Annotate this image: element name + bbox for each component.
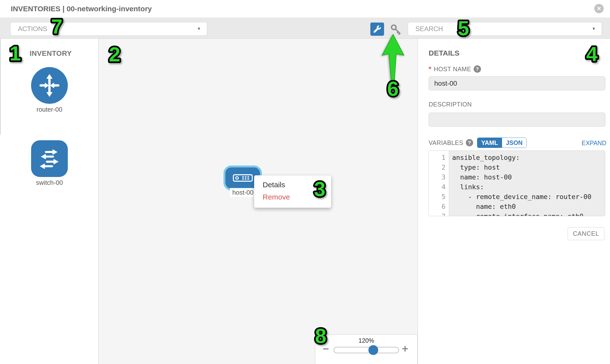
line-number: 7 — [428, 211, 449, 216]
inventory-sidebar: INVENTORY — [0, 39, 99, 364]
topology-canvas[interactable]: host-00 Details Remove 120% − + — [99, 39, 418, 364]
palette-item-switch[interactable]: switch-00 — [31, 140, 68, 186]
zoom-in-button[interactable]: + — [402, 343, 408, 354]
editor-code: ansible_topology: type: host name: host-… — [449, 151, 605, 216]
code-line: remote_interface_name: eth0 — [452, 211, 605, 216]
host-name-label: HOST NAME — [434, 65, 471, 73]
router-icon — [37, 72, 62, 98]
sidebar-title: INVENTORY — [30, 50, 72, 58]
palette-item-label: switch-00 — [31, 179, 68, 186]
expand-link[interactable]: EXPAND — [582, 140, 606, 147]
zoom-slider-track[interactable] — [334, 347, 399, 353]
cancel-button[interactable]: CANCEL — [568, 227, 604, 240]
required-asterisk: * — [428, 65, 431, 73]
context-menu-item-remove[interactable]: Remove — [263, 192, 331, 202]
code-line: name: host-00 — [452, 172, 605, 182]
key-icon — [390, 23, 402, 36]
variables-label: VARIABLES — [428, 139, 463, 146]
host-name-input[interactable]: host-00 — [428, 76, 605, 90]
caret-down-icon: ▼ — [197, 22, 201, 36]
line-number: 4 — [428, 182, 449, 192]
description-input[interactable] — [428, 113, 605, 127]
line-number: 3 — [428, 172, 449, 182]
zoom-control: 120% − + — [315, 334, 418, 364]
code-line: name: eth0 — [452, 202, 605, 211]
switch-icon — [37, 146, 62, 171]
format-toggle: YAML JSON — [477, 138, 527, 148]
page-title: INVENTORIES | 00-networking-inventory — [11, 0, 152, 18]
tab-yaml[interactable]: YAML — [477, 138, 502, 148]
palette-item-label: router-00 — [31, 106, 68, 113]
line-number: 1 — [428, 153, 449, 163]
code-line: ansible_topology: — [452, 153, 605, 163]
host-icon — [233, 174, 253, 182]
configure-button[interactable] — [370, 23, 384, 36]
zoom-slider-handle[interactable] — [368, 345, 378, 355]
search-dropdown-label: SEARCH — [415, 22, 443, 36]
variables-editor[interactable]: 1 2 3 4 5 6 7 ansible_topology: type: ho… — [428, 151, 605, 216]
palette-item-router[interactable]: router-00 — [31, 67, 68, 113]
variables-label-row: VARIABLES ? — [428, 139, 473, 146]
inventory-topology-app: INVENTORIES | 00-networking-inventory ✕ … — [0, 0, 610, 364]
line-number: 2 — [428, 163, 449, 172]
wrench-icon — [374, 26, 381, 33]
host-node-label: host-00 — [230, 188, 256, 197]
toolbar: ACTIONS ▼ SEARCH ▼ — [0, 18, 610, 39]
node-context-menu: Details Remove — [254, 175, 331, 208]
close-icon: ✕ — [597, 5, 601, 12]
caret-down-icon: ▼ — [592, 22, 596, 36]
search-dropdown[interactable]: SEARCH ▼ — [408, 22, 602, 36]
editor-line-numbers: 1 2 3 4 5 6 7 — [428, 151, 449, 216]
description-label: DESCRIPTION — [428, 101, 472, 108]
close-button[interactable]: ✕ — [594, 4, 604, 13]
panel-edge-line — [0, 39, 1, 135]
details-panel: DETAILS * HOST NAME ? host-00 DESCRIPTIO… — [418, 39, 610, 364]
help-icon[interactable]: ? — [466, 139, 473, 146]
actions-dropdown[interactable]: ACTIONS ▼ — [10, 22, 207, 36]
code-line: - remote_device_name: router-00 — [452, 192, 605, 202]
line-number: 6 — [428, 202, 449, 211]
description-label-row: DESCRIPTION — [428, 101, 472, 108]
zoom-out-button[interactable]: − — [323, 343, 329, 354]
details-panel-title: DETAILS — [428, 49, 459, 57]
key-button[interactable] — [390, 23, 402, 36]
code-line: links: — [452, 182, 605, 192]
tab-json[interactable]: JSON — [502, 138, 527, 148]
host-name-label-row: * HOST NAME ? — [428, 65, 481, 73]
header: INVENTORIES | 00-networking-inventory ✕ — [0, 0, 610, 18]
code-line: type: host — [452, 163, 605, 172]
actions-dropdown-label: ACTIONS — [18, 22, 47, 36]
help-icon[interactable]: ? — [474, 65, 481, 73]
line-number: 5 — [428, 192, 449, 202]
context-menu-item-details[interactable]: Details — [263, 180, 331, 190]
